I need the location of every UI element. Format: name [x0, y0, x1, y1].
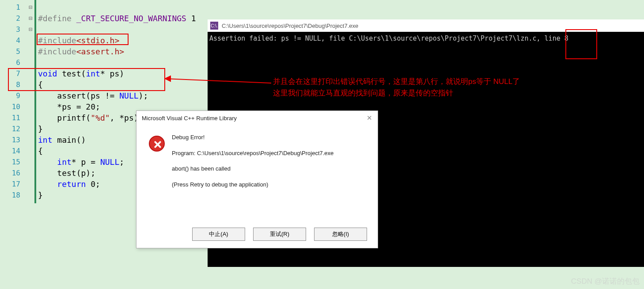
fold-marker[interactable]: ⊟ — [27, 24, 34, 35]
code-token: test(p); — [38, 168, 95, 178]
line-number: 10 — [0, 101, 20, 112]
code-token: NULL — [100, 157, 119, 167]
line-number: 7 — [0, 68, 20, 79]
line-number: 4 — [0, 35, 20, 46]
code-token: <assert.h> — [76, 47, 124, 56]
line-number: 8 — [0, 79, 20, 90]
code-token: assert(ps != — [38, 91, 119, 100]
watermark: CSDN @诺诺的包包 — [571, 276, 640, 286]
line-number: 5 — [0, 46, 20, 57]
code-token: } — [38, 124, 43, 133]
code-token: #include — [38, 47, 76, 56]
dialog-heading: Debug Error! — [172, 133, 333, 142]
dialog-program: Program: C:\Users\1\source\repos\Project… — [172, 149, 333, 158]
line-number: 2 — [0, 13, 20, 24]
code-token: main() — [53, 135, 86, 144]
line-number: 13 — [0, 134, 20, 145]
console-icon: C:\. — [210, 22, 218, 30]
error-dialog[interactable]: Microsoft Visual C++ Runtime Library ✕ D… — [136, 110, 378, 248]
code-token: * ps) — [100, 69, 124, 78]
annotation-line: 并且会在这里打印出错误代码行号，这里是第八行，就说明ps等于 NULL了 — [273, 76, 520, 87]
ignore-button[interactable]: 忽略(I) — [314, 228, 367, 241]
code-token: *ps = 20; — [38, 102, 100, 111]
line-number: 9 — [0, 90, 20, 101]
code-token: * p = — [72, 157, 100, 167]
code-token: ; — [119, 157, 124, 167]
code-token: <stdio.h> — [76, 36, 120, 45]
code-token: int — [86, 69, 100, 78]
line-number: 11 — [0, 112, 20, 123]
line-number: 14 — [0, 145, 20, 156]
console-output: Assertion failed: ps != NULL, file C:\Us… — [208, 32, 644, 45]
code-token: void — [38, 69, 57, 78]
code-token: 0; — [86, 179, 100, 189]
dialog-text: Debug Error! Program: C:\Users\1\source\… — [172, 133, 333, 196]
code-token: NULL — [119, 91, 138, 100]
line-number: 1 — [0, 2, 20, 13]
line-number: 12 — [0, 123, 20, 134]
code-token: _CRT_SECURE_NO_WARNINGS — [76, 14, 186, 23]
fold-marker[interactable]: ⊟ — [27, 13, 34, 24]
code-token: "%d" — [91, 113, 110, 122]
dialog-titlebar: Microsoft Visual C++ Runtime Library ✕ — [136, 111, 378, 125]
fold-marker[interactable]: ⊟ — [27, 2, 34, 13]
code-token: test( — [57, 69, 86, 78]
code-token: #include — [38, 36, 76, 45]
annotation-line: 这里我们就能立马直观的找到问题，原来是传的空指针 — [273, 87, 520, 99]
console-titlebar: C:\. C:\Users\1\source\repos\Project7\De… — [208, 19, 644, 32]
dialog-body: Debug Error! Program: C:\Users\1\source\… — [136, 125, 378, 196]
line-number: 18 — [0, 190, 20, 201]
console-title-text: C:\Users\1\source\repos\Project7\Debug\P… — [222, 23, 644, 29]
line-number: 6 — [0, 57, 20, 68]
annotation-text: 并且会在这里打印出错误代码行号，这里是第八行，就说明ps等于 NULL了 这里我… — [273, 76, 520, 99]
code-token: int — [38, 157, 72, 167]
code-token: return — [38, 179, 86, 189]
code-token: { — [38, 146, 43, 156]
code-token: } — [38, 190, 43, 200]
dialog-buttons: 中止(A) 重试(R) 忽略(I) — [192, 228, 367, 241]
retry-button[interactable]: 重试(R) — [253, 228, 306, 241]
line-number: 15 — [0, 156, 20, 167]
dialog-title-text: Microsoft Visual C++ Runtime Library — [142, 115, 237, 122]
code-token: { — [38, 80, 43, 89]
code-token: printf( — [38, 113, 91, 122]
code-token: #define — [38, 14, 72, 23]
error-icon — [149, 136, 165, 152]
fold-column: ⊟⊟⊟ — [27, 0, 34, 203]
dialog-retry-hint: (Press Retry to debug the application) — [172, 180, 333, 189]
line-number: 3 — [0, 24, 20, 35]
code-token: int — [38, 135, 53, 144]
dialog-abort: abort() has been called — [172, 164, 333, 173]
line-number-gutter: 123456789101112131415161718 — [0, 0, 27, 203]
line-number: 17 — [0, 179, 20, 190]
line-number: 16 — [0, 167, 20, 179]
code-token: ); — [139, 91, 148, 100]
abort-button[interactable]: 中止(A) — [192, 228, 245, 241]
close-icon[interactable]: ✕ — [367, 114, 372, 122]
code-token: 1 — [191, 14, 196, 23]
